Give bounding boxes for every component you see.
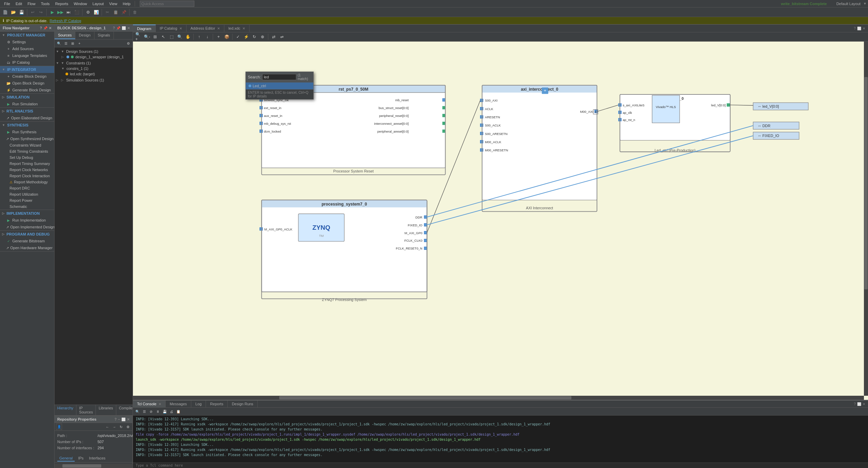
tab-xdc-close[interactable]: ✕: [242, 27, 245, 30]
console-tab-tcl[interactable]: Tcl Console ✕: [133, 401, 166, 407]
nav-report-drc[interactable]: Report DRC: [0, 185, 54, 191]
diag-up[interactable]: ↑: [195, 33, 203, 41]
con-search-btn[interactable]: 🔍: [134, 408, 140, 414]
nav-add-sources[interactable]: + Add Sources: [0, 45, 54, 52]
repo-refresh-btn[interactable]: ↻: [118, 424, 124, 430]
nav-generate-bitstream[interactable]: ✓ Generate Bitstream: [0, 238, 54, 244]
con-copy-btn[interactable]: 📋: [175, 408, 181, 414]
nav-report-clock-net[interactable]: Report Clock Networks: [0, 167, 54, 173]
con-save-btn[interactable]: 💾: [162, 408, 168, 414]
tab-addr-close[interactable]: ✕: [217, 27, 220, 30]
tree-design-wrapper[interactable]: ▷ design_1_wrapper (design_1: [55, 54, 133, 60]
menu-help[interactable]: Help: [120, 1, 133, 6]
repo-tab-interfaces[interactable]: Interfaces: [87, 455, 107, 462]
bd-tab-sources[interactable]: Sources: [55, 32, 75, 39]
nav-create-block[interactable]: + Create Block Design: [0, 73, 54, 80]
menu-tools[interactable]: Tools: [38, 1, 53, 6]
tab-led-xdc[interactable]: led.xdc ✕: [224, 25, 250, 32]
menu-reports[interactable]: Reports: [53, 1, 71, 6]
console-tab-reports[interactable]: Reports: [206, 401, 228, 407]
nav-report-clock-int[interactable]: Report Clock Interaction: [0, 173, 54, 179]
axi-block[interactable]: axi_interconnect_0 + S00_AXI ACLK ARESET…: [480, 85, 598, 212]
paste-btn[interactable]: 📌: [120, 9, 128, 16]
tree-constraints[interactable]: ▼ ▼ Constraints (1): [55, 60, 133, 66]
settings-btn[interactable]: ⚙: [84, 9, 92, 16]
tree-design-sources[interactable]: ▼ ▼ Design Sources (1): [55, 49, 133, 54]
tab-diagram[interactable]: Diagram: [133, 25, 156, 32]
stop-btn[interactable]: ⬛: [73, 9, 80, 16]
section-ip-integrator-header[interactable]: ▼ IP INTEGRATOR: [0, 66, 54, 73]
console-tab-messages[interactable]: Messages: [166, 401, 191, 407]
diag-add-module[interactable]: 📦: [223, 33, 230, 41]
console-restore-icon[interactable]: ⬜: [857, 402, 861, 406]
con-filter-btn[interactable]: ☰: [141, 408, 147, 414]
section-synthesis-header[interactable]: ▼ SYNTHESIS: [0, 122, 54, 129]
bd-search-btn[interactable]: 🔍: [56, 40, 62, 46]
nav-ip-catalog[interactable]: 🗂 IP Catalog: [0, 59, 54, 66]
diag-validate[interactable]: ✓: [234, 33, 242, 41]
quick-access-input[interactable]: [140, 1, 194, 7]
panel-question-icon[interactable]: ?: [40, 26, 42, 30]
tab-ip-close[interactable]: ✕: [179, 27, 182, 30]
section-impl-header[interactable]: ▷ IMPLEMENTATION: [0, 210, 54, 217]
diag-zoom-in[interactable]: 🔍+: [135, 33, 143, 41]
refresh-link[interactable]: Refresh IP Catalog: [49, 19, 81, 23]
bd-tab-signals[interactable]: Signals: [94, 32, 114, 39]
repo-minimize-icon[interactable]: −: [118, 418, 120, 421]
con-print-btn[interactable]: 🖨: [168, 408, 175, 414]
nav-run-simulation[interactable]: ▶ Run Simulation: [0, 101, 54, 107]
nav-run-synth[interactable]: ▶ Run Synthesis: [0, 129, 54, 135]
diag-fit-view[interactable]: ⊞: [151, 33, 159, 41]
undo-btn[interactable]: ↩: [29, 9, 36, 16]
menu-edit[interactable]: Edit: [13, 1, 25, 6]
tcl-tab-close[interactable]: ✕: [159, 402, 161, 406]
diag-autoconnect[interactable]: ⚡: [242, 33, 250, 41]
repo-left-arrow[interactable]: ←: [104, 424, 110, 430]
tree-led-xdc[interactable]: led.xdc (target): [55, 71, 133, 77]
repo-maximize-icon[interactable]: ⬜: [121, 418, 125, 421]
nav-report-utilization[interactable]: Report Utilization: [0, 191, 54, 197]
tree-sim-sources[interactable]: ▷ ▷ Simulation Sources (1): [55, 77, 133, 83]
nav-open-elaborated[interactable]: ↗ Open Elaborated Design: [0, 115, 54, 121]
repo-settings-btn[interactable]: ⚙: [125, 424, 131, 430]
nav-setup-debug[interactable]: Set Up Debug: [0, 154, 54, 161]
bd-pin-icon[interactable]: 📌: [116, 26, 120, 30]
search-popup-input[interactable]: [262, 74, 296, 80]
layout-dropdown[interactable]: ▼: [863, 2, 867, 5]
bd-tab-design[interactable]: Design: [75, 32, 94, 39]
menu-file[interactable]: File: [1, 1, 13, 6]
nav-run-impl[interactable]: ▶ Run Implementation: [0, 217, 54, 224]
cut-btn[interactable]: ✂: [104, 9, 111, 16]
diag-optimize[interactable]: ⊕: [259, 33, 266, 41]
open-btn[interactable]: 📂: [10, 9, 17, 16]
report-btn[interactable]: 📊: [92, 9, 100, 16]
repo-question-icon[interactable]: ?: [115, 418, 117, 421]
tab-hierarchy[interactable]: Hierarchy: [55, 405, 76, 415]
console-question-icon[interactable]: ?: [854, 402, 856, 406]
nav-report-methodology[interactable]: ⚠ Report Methodology: [0, 179, 54, 185]
run-btn[interactable]: ▶: [48, 9, 56, 16]
menu-flow[interactable]: Flow: [25, 1, 38, 6]
panel-pin-icon[interactable]: 📌: [43, 26, 47, 30]
save-btn[interactable]: 💾: [18, 9, 25, 16]
search-result-led-ctrl[interactable]: Led_ctrl: [246, 82, 313, 89]
tab-compile[interactable]: Compile: [116, 405, 135, 415]
nav-open-hw-manager[interactable]: ↗ Open Hardware Manager: [0, 244, 54, 251]
diag-down[interactable]: ↓: [204, 33, 211, 41]
led-v-port[interactable]: ↔ led_V[0:0]: [753, 103, 808, 110]
nav-open-impl[interactable]: ↗ Open Implemented Design: [0, 224, 54, 230]
section-pd-header[interactable]: ▷ PROGRAM AND DEBUG: [0, 231, 54, 238]
diag-close-icon[interactable]: ✕: [863, 27, 865, 30]
fixed-io-port-output[interactable]: ↔ FIXED_IO: [753, 132, 799, 139]
con-clear-btn[interactable]: ⊘: [148, 408, 154, 414]
run-all-btn[interactable]: ▶▶: [57, 9, 64, 16]
repo-user-icon[interactable]: 👤: [56, 424, 62, 430]
nav-edit-timing[interactable]: Edit Timing Constraints: [0, 148, 54, 154]
diag-zoom-out[interactable]: 🔍-: [143, 33, 151, 41]
bd-settings-btn[interactable]: ⚙: [125, 40, 131, 46]
menu-view[interactable]: View: [106, 1, 120, 6]
panel-close-icon[interactable]: ✕: [49, 26, 51, 30]
nav-schematic[interactable]: Schematic: [0, 203, 54, 210]
repo-tab-general[interactable]: General: [57, 455, 75, 462]
nav-report-timing[interactable]: Report Timing Summary: [0, 161, 54, 167]
